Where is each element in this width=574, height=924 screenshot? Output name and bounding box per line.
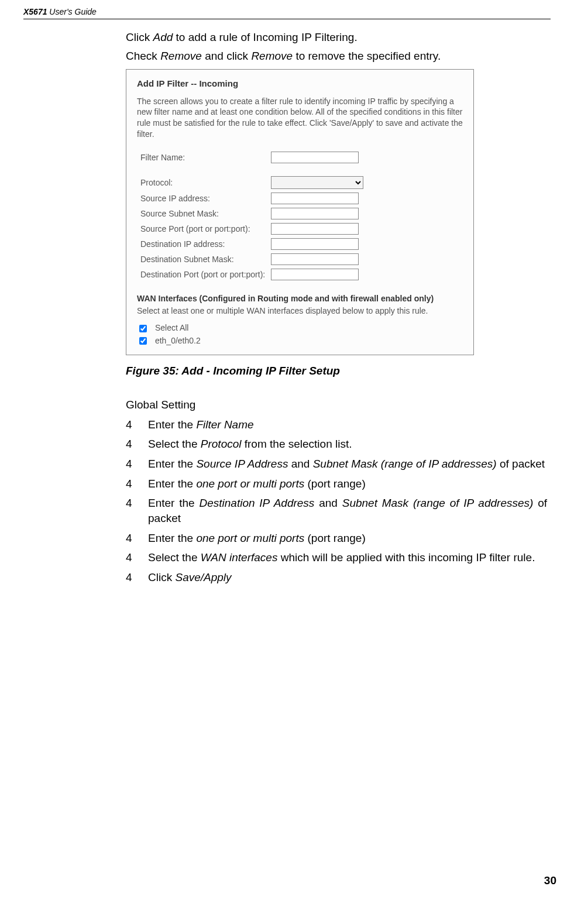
filter-name-input[interactable] (271, 152, 359, 163)
text-italic: WAN interfaces (201, 551, 278, 564)
label-dest-port: Destination Port (port or port:port): (138, 267, 267, 281)
text-italic: Subnet Mask (range of IP addresses) (313, 458, 497, 470)
step-number: 4 (126, 456, 148, 472)
source-port-input[interactable] (271, 223, 359, 235)
embedded-screenshot: Add IP Filter -- Incoming The screen all… (126, 69, 474, 355)
source-mask-input[interactable] (271, 208, 359, 219)
label-dest-mask: Destination Subnet Mask: (138, 252, 267, 266)
text: Select the (148, 551, 201, 564)
text: of packet (497, 458, 545, 470)
text: Click (148, 571, 175, 583)
dest-port-input[interactable] (271, 269, 359, 280)
text: Click (126, 31, 153, 43)
header-suffix: User's Guide (47, 7, 96, 16)
protocol-select[interactable] (271, 176, 363, 189)
text: Check (126, 50, 160, 62)
figure-caption: Figure 35: Add - Incoming IP Filter Setu… (126, 363, 547, 379)
intro-line-1: Click Add to add a rule of Incoming IP F… (126, 30, 547, 45)
text: and click (202, 50, 251, 62)
form-title: Add IP Filter -- Incoming (137, 78, 463, 90)
form-table: Filter Name: Protocol: Source IP address… (137, 149, 367, 283)
global-setting-label: Global Setting (126, 397, 547, 413)
label-protocol: Protocol: (138, 175, 267, 190)
text: and (288, 458, 312, 470)
wan-section-title: WAN Interfaces (Configured in Routing mo… (137, 293, 463, 304)
label-dest-ip: Destination IP address: (138, 237, 267, 251)
dest-mask-input[interactable] (271, 253, 359, 265)
text-italic: Destination IP Address (199, 497, 314, 509)
text-italic: Remove (251, 50, 293, 62)
form-description: The screen allows you to create a filter… (137, 96, 463, 140)
page-header: X5671 User's Guide (23, 7, 551, 19)
steps-list: 4 Enter the Filter Name 4 Select the Pro… (126, 417, 547, 585)
eth0-label: eth_0/eth0.2 (155, 336, 201, 345)
checkbox-row-eth0[interactable]: eth_0/eth0.2 (137, 335, 463, 347)
list-item: 4 Enter the one port or multi ports (por… (126, 476, 547, 492)
list-item: 4 Enter the Destination IP Address and S… (126, 496, 547, 525)
step-number: 4 (126, 550, 148, 565)
intro-line-2: Check Remove and click Remove to remove … (126, 49, 547, 64)
page-number: 30 (544, 874, 556, 887)
list-item: 4 Enter the one port or multi ports (por… (126, 531, 547, 546)
text: to remove the specified entry. (293, 50, 441, 62)
text: Enter the (148, 478, 196, 490)
text-italic: Source IP Address (196, 458, 288, 470)
list-item: 4 Select the Protocol from the selection… (126, 437, 547, 452)
step-number: 4 (126, 437, 148, 452)
text-italic: Subnet Mask (range of IP addresses) (342, 497, 534, 509)
step-number: 4 (126, 531, 148, 546)
text: (port range) (304, 478, 366, 490)
text: from the selection list. (241, 438, 352, 450)
text: Enter the (148, 458, 196, 470)
text-italic: Protocol (201, 438, 242, 450)
step-number: 4 (126, 476, 148, 492)
label-source-port: Source Port (port or port:port): (138, 222, 267, 236)
select-all-label: Select All (155, 323, 189, 332)
source-ip-input[interactable] (271, 193, 359, 204)
text: which will be applied with this incoming… (277, 551, 535, 564)
text: Enter the (148, 532, 196, 544)
text: Enter the (148, 497, 199, 509)
text: Select the (148, 438, 201, 450)
text-italic: Add (153, 31, 173, 43)
eth0-checkbox[interactable] (139, 337, 147, 345)
step-number: 4 (126, 417, 148, 432)
text-italic: one port or multi ports (196, 478, 304, 490)
header-model: X5671 (23, 7, 47, 16)
text-italic: Remove (160, 50, 202, 62)
text: to add a rule of Incoming IP Filtering. (173, 31, 357, 43)
label-filter-name: Filter Name: (138, 150, 267, 164)
wan-section-desc: Select at least one or multiple WAN inte… (137, 305, 463, 317)
list-item: 4 Click Save/Apply (126, 570, 547, 585)
step-number: 4 (126, 496, 148, 525)
dest-ip-input[interactable] (271, 238, 359, 250)
text-italic: one port or multi ports (196, 532, 304, 544)
text-italic: Filter Name (196, 418, 253, 431)
checkbox-row-select-all[interactable]: Select All (137, 322, 463, 334)
list-item: 4 Select the WAN interfaces which will b… (126, 550, 547, 565)
step-number: 4 (126, 570, 148, 585)
list-item: 4 Enter the Filter Name (126, 417, 547, 432)
label-source-ip: Source IP address: (138, 191, 267, 205)
text: (port range) (304, 532, 366, 544)
list-item: 4 Enter the Source IP Address and Subnet… (126, 456, 547, 472)
select-all-checkbox[interactable] (139, 325, 147, 332)
text: and (314, 497, 342, 509)
text-italic: Save/Apply (175, 571, 231, 583)
text: Enter the (148, 418, 196, 431)
label-source-mask: Source Subnet Mask: (138, 207, 267, 221)
